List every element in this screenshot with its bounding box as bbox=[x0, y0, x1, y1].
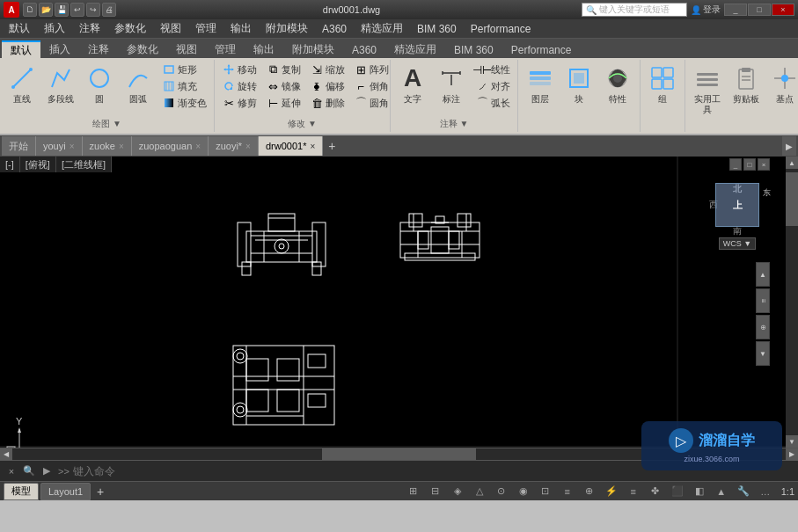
status-snap-icon[interactable]: ◈ bbox=[448, 484, 467, 499]
canvas-area[interactable]: [-] [俯视] [二维线框] _ □ × bbox=[0, 157, 786, 448]
status-grid-icon[interactable]: ⊟ bbox=[426, 484, 445, 499]
viewport-control-3[interactable]: [二维线框] bbox=[56, 157, 112, 172]
tab-youyi-close[interactable]: × bbox=[70, 142, 75, 151]
dim-aligned-button[interactable]: ⟋ 对齐 bbox=[472, 78, 514, 94]
doc-tab-youyi[interactable]: youyi × bbox=[36, 136, 83, 156]
ribbon-tab-featured[interactable]: 精选应用 bbox=[385, 40, 445, 58]
search-box[interactable]: 🔍 键入关键字或短语 bbox=[582, 3, 687, 17]
status-tab-layout1[interactable]: Layout1 bbox=[40, 483, 91, 500]
menu-output[interactable]: 输出 bbox=[223, 19, 259, 38]
cmd-search-icon[interactable]: 🔍 bbox=[21, 463, 37, 479]
status-model-icon[interactable]: ⊞ bbox=[404, 484, 423, 499]
ribbon-tab-output[interactable]: 输出 bbox=[245, 40, 283, 58]
modify-scale-button[interactable]: ⇲ 缩放 bbox=[306, 62, 348, 77]
scroll-up-button[interactable]: ▲ bbox=[786, 157, 798, 169]
menu-a360[interactable]: A360 bbox=[315, 19, 354, 38]
text-button[interactable]: A 文字 bbox=[394, 62, 431, 116]
clipboard-button[interactable]: 剪贴板 bbox=[728, 62, 765, 116]
dim-arc-button[interactable]: ⌒ 弧长 bbox=[472, 95, 514, 111]
ribbon-tab-performance[interactable]: Performance bbox=[502, 40, 581, 58]
scroll-right-button[interactable]: ▶ bbox=[786, 448, 798, 461]
modify-fillet-button[interactable]: ⌒ 圆角 bbox=[350, 95, 392, 111]
modify-array-button[interactable]: ⊞ 阵列 bbox=[350, 62, 392, 77]
group-button[interactable]: 组 bbox=[644, 62, 681, 116]
qa-new[interactable]: 🗋 bbox=[23, 3, 37, 17]
signin-button[interactable]: 👤 登录 bbox=[691, 3, 721, 17]
cmd-close-icon[interactable]: × bbox=[4, 463, 19, 479]
doc-tab-zuoke[interactable]: zuoke × bbox=[83, 136, 132, 156]
menu-featured[interactable]: 精选应用 bbox=[354, 19, 410, 38]
layers-button[interactable]: 图层 bbox=[522, 62, 559, 116]
status-qp-icon[interactable]: ⬛ bbox=[668, 484, 687, 499]
viewport-close[interactable]: × bbox=[758, 158, 770, 171]
status-sel-icon[interactable]: ◧ bbox=[690, 484, 709, 499]
draw-rect-button[interactable]: 矩形 bbox=[158, 62, 210, 77]
status-otrack-icon[interactable]: ≡ bbox=[558, 484, 577, 499]
menu-addons[interactable]: 附加模块 bbox=[259, 19, 315, 38]
status-ucs-icon[interactable]: ⊕ bbox=[580, 484, 599, 499]
properties-button[interactable]: 特性 bbox=[599, 62, 636, 116]
doc-tab-zuopaoguan[interactable]: zuopaoguan × bbox=[132, 136, 209, 156]
ribbon-tab-a360[interactable]: A360 bbox=[343, 40, 385, 58]
add-tab-button[interactable]: + bbox=[323, 136, 340, 156]
menu-manage[interactable]: 管理 bbox=[188, 19, 223, 38]
doc-tab-start[interactable]: 开始 bbox=[2, 136, 36, 156]
status-ortho-icon[interactable]: △ bbox=[470, 484, 489, 499]
status-lw-icon[interactable]: ≡ bbox=[624, 484, 643, 499]
panel-btn-4[interactable]: ▼ bbox=[756, 341, 770, 366]
viewport-restore[interactable]: □ bbox=[743, 158, 756, 171]
viewport-control-2[interactable]: [俯视] bbox=[20, 157, 56, 172]
scroll-down-button[interactable]: ▼ bbox=[786, 435, 798, 448]
doc-tab-zuoyi[interactable]: zuoyi* × bbox=[209, 136, 259, 156]
modify-mirror-button[interactable]: ⇔ 镜像 bbox=[262, 78, 304, 94]
ribbon-tab-param[interactable]: 参数化 bbox=[118, 40, 167, 58]
status-dyn-icon[interactable]: ⚡ bbox=[602, 484, 621, 499]
menu-view[interactable]: 视图 bbox=[153, 19, 188, 38]
modify-extend-button[interactable]: ⊢ 延伸 bbox=[262, 95, 304, 111]
draw-polyline-button[interactable]: 多段线 bbox=[42, 62, 79, 116]
tab-zuopaoguan-close[interactable]: × bbox=[195, 142, 201, 151]
status-anno-icon[interactable]: ▲ bbox=[712, 484, 731, 499]
scroll-left-button[interactable]: ◀ bbox=[0, 448, 12, 461]
modify-chamfer-button[interactable]: ⌐ 倒角 bbox=[350, 78, 392, 94]
modify-rotate-button[interactable]: 旋转 bbox=[218, 78, 260, 94]
status-settings-icon[interactable]: 🔧 bbox=[734, 484, 753, 499]
ribbon-tab-addon[interactable]: 附加模块 bbox=[283, 40, 343, 58]
nav-cube-box[interactable]: 上 东 bbox=[715, 183, 759, 227]
qa-save[interactable]: 💾 bbox=[55, 3, 69, 17]
draw-gradient-button[interactable]: 渐变色 bbox=[158, 95, 210, 111]
modify-erase-button[interactable]: 🗑 删除 bbox=[306, 95, 348, 111]
block-button[interactable]: 块 bbox=[560, 62, 597, 116]
menu-annotate[interactable]: 注释 bbox=[72, 19, 107, 38]
app-logo[interactable]: A bbox=[4, 2, 19, 18]
qa-open[interactable]: 📂 bbox=[39, 3, 53, 17]
qa-redo[interactable]: ↪ bbox=[86, 3, 100, 17]
maximize-button[interactable]: □ bbox=[748, 4, 771, 16]
status-tp-icon[interactable]: ✤ bbox=[646, 484, 665, 499]
status-3dosnap-icon[interactable]: ⊡ bbox=[536, 484, 555, 499]
nav-wcs-button[interactable]: WCS ▼ bbox=[719, 237, 756, 250]
tab-scroll-button[interactable]: ▶ bbox=[782, 136, 796, 156]
menu-parametric[interactable]: 参数化 bbox=[107, 19, 153, 38]
ribbon-tab-view[interactable]: 视图 bbox=[167, 40, 206, 58]
dim-linear-button[interactable]: ⊣⊢ 线性 bbox=[472, 62, 514, 77]
utilities-button[interactable]: 实用工具 bbox=[689, 62, 726, 116]
qa-undo[interactable]: ↩ bbox=[70, 3, 84, 17]
modify-move-button[interactable]: 移动 bbox=[218, 62, 260, 77]
modify-offset-button[interactable]: ⧳ 偏移 bbox=[306, 78, 348, 94]
minimize-button[interactable]: _ bbox=[724, 4, 747, 16]
close-button[interactable]: × bbox=[772, 4, 794, 16]
dimension-button[interactable]: 标注 bbox=[433, 62, 470, 116]
ribbon-tab-bim[interactable]: BIM 360 bbox=[445, 40, 502, 58]
nav-cube[interactable]: 北 南 西 上 东 WCS ▼ bbox=[706, 174, 768, 253]
modify-trim-button[interactable]: ✂ 修剪 bbox=[218, 95, 260, 111]
panel-btn-3[interactable]: ⊕ bbox=[756, 315, 770, 339]
doc-tab-drw0001[interactable]: drw0001* × bbox=[259, 136, 323, 156]
panel-btn-2[interactable]: ≡ bbox=[756, 288, 770, 313]
status-polar-icon[interactable]: ⊙ bbox=[492, 484, 511, 499]
viewport-control-1[interactable]: [-] bbox=[0, 157, 20, 172]
menu-bim360[interactable]: BIM 360 bbox=[410, 19, 464, 38]
status-osnap-icon[interactable]: ◉ bbox=[514, 484, 533, 499]
ribbon-tab-annotate[interactable]: 注释 bbox=[79, 40, 118, 58]
draw-circle-button[interactable]: 圆 bbox=[81, 62, 118, 116]
